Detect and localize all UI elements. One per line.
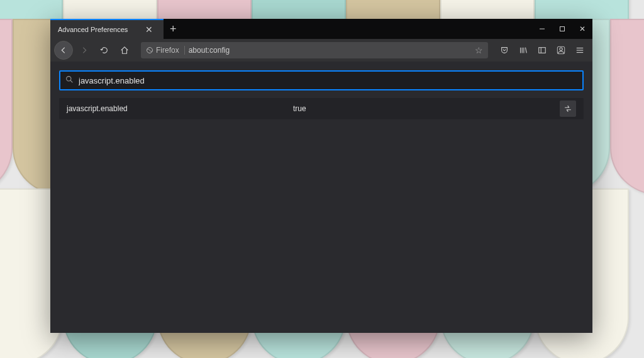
search-input[interactable] bbox=[79, 76, 577, 85]
sidebar-button[interactable] bbox=[533, 41, 551, 59]
svg-line-11 bbox=[70, 80, 72, 82]
svg-rect-1 bbox=[560, 27, 565, 31]
preference-search[interactable] bbox=[59, 70, 584, 90]
tab-title: Advanced Preferences bbox=[58, 26, 128, 33]
home-button[interactable] bbox=[116, 41, 133, 59]
url-text: about:config bbox=[189, 46, 230, 55]
preference-row[interactable]: javascript.enabled true bbox=[59, 98, 584, 119]
svg-point-5 bbox=[560, 48, 562, 50]
preference-value: true bbox=[293, 104, 560, 113]
svg-point-10 bbox=[67, 77, 71, 81]
maximize-button[interactable] bbox=[552, 19, 572, 39]
back-button[interactable] bbox=[54, 41, 73, 60]
minimize-button[interactable] bbox=[532, 19, 552, 39]
url-bar[interactable]: Firefox about:config ☆ bbox=[141, 42, 488, 58]
close-window-button[interactable]: ✕ bbox=[572, 19, 592, 39]
about-config-page: javascript.enabled true bbox=[50, 62, 592, 333]
toggle-button[interactable] bbox=[560, 100, 576, 117]
toggle-icon bbox=[564, 104, 572, 113]
library-button[interactable] bbox=[514, 41, 532, 59]
reload-button[interactable] bbox=[96, 41, 113, 59]
navigation-bar: Firefox about:config ☆ bbox=[50, 39, 592, 62]
account-button[interactable] bbox=[552, 41, 570, 59]
svg-rect-3 bbox=[539, 48, 546, 53]
pocket-button[interactable] bbox=[496, 41, 513, 59]
forward-button[interactable] bbox=[75, 41, 93, 59]
tab-bar: Advanced Preferences ✕ + ✕ bbox=[50, 19, 592, 39]
identity-label: Firefox bbox=[156, 46, 179, 55]
window-controls: ✕ bbox=[532, 19, 592, 39]
tab-active[interactable]: Advanced Preferences ✕ bbox=[50, 19, 164, 39]
new-tab-button[interactable]: + bbox=[164, 23, 183, 36]
menu-button[interactable] bbox=[571, 41, 589, 59]
close-icon[interactable]: ✕ bbox=[143, 23, 155, 36]
search-icon bbox=[65, 75, 74, 85]
identity-box[interactable]: Firefox bbox=[146, 46, 185, 55]
firefox-icon bbox=[146, 46, 153, 54]
preference-name: javascript.enabled bbox=[67, 104, 293, 113]
browser-window: Advanced Preferences ✕ + ✕ bbox=[50, 19, 592, 333]
bookmark-star-icon[interactable]: ☆ bbox=[475, 45, 483, 55]
